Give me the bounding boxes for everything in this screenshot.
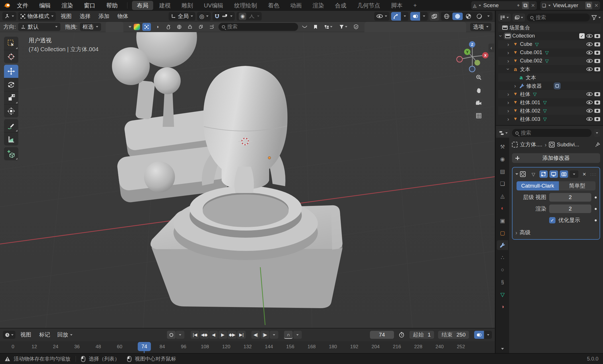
- pin-icon[interactable]: [595, 142, 600, 147]
- brush-asset-icon[interactable]: [134, 24, 140, 30]
- drag-selector[interactable]: 框选: [80, 23, 101, 31]
- menu-view[interactable]: 视图: [58, 13, 75, 20]
- camera-icon[interactable]: [594, 92, 600, 96]
- menu-edit[interactable]: 编辑: [34, 1, 56, 10]
- outliner-row-modifiers[interactable]: › 修改器: [498, 82, 601, 90]
- asset-shelf-collapse-icon[interactable]: [129, 26, 131, 28]
- frame-step-dropdown[interactable]: [270, 331, 278, 339]
- timeline-overlay-toggle[interactable]: [474, 331, 484, 339]
- shading-dropdown[interactable]: [485, 13, 492, 20]
- optimal-display-checkbox[interactable]: ✓: [549, 217, 555, 223]
- jump-to-start-button[interactable]: |◀: [191, 331, 199, 339]
- expand-arrow-icon[interactable]: ›: [506, 91, 511, 97]
- animate-dot-icon[interactable]: [595, 196, 597, 198]
- tab-scene-icon[interactable]: ◬: [497, 191, 508, 201]
- tab-uv-editing[interactable]: UV编辑: [199, 1, 228, 10]
- camera-icon[interactable]: [594, 34, 600, 38]
- expand-arrow-icon[interactable]: ›: [498, 34, 504, 39]
- viewlayer-selector[interactable]: ❏ ViewLayer ⧉ ✕: [540, 1, 600, 10]
- expand-arrow-icon[interactable]: ›: [506, 116, 511, 122]
- filter-world-icon[interactable]: [175, 23, 184, 31]
- scene-name[interactable]: Scene: [483, 2, 515, 9]
- overlays-dropdown[interactable]: [420, 12, 428, 21]
- tab-collection-icon[interactable]: ▣: [497, 216, 508, 225]
- modifier-extras-dropdown[interactable]: [570, 170, 578, 178]
- auto-key-record-button[interactable]: [167, 331, 176, 339]
- eye-icon[interactable]: [586, 67, 593, 71]
- tab-object-data-icon[interactable]: ▽: [497, 290, 508, 299]
- outliner-item-label[interactable]: Cube.001: [520, 50, 542, 56]
- camera-view-button[interactable]: [473, 98, 484, 109]
- show-gizmos-toggle[interactable]: [391, 12, 401, 21]
- tab-render-icon[interactable]: ◉: [497, 154, 508, 164]
- start-frame-field[interactable]: 起始 1: [409, 331, 434, 339]
- tab-view-layer-icon[interactable]: ❏: [497, 179, 508, 188]
- menu-render[interactable]: 渲染: [57, 1, 78, 10]
- move-tool[interactable]: [4, 65, 18, 78]
- blender-logo-icon[interactable]: [3, 1, 11, 9]
- outliner-item-label[interactable]: 文本: [526, 74, 536, 81]
- menu-file[interactable]: 文件: [12, 1, 33, 10]
- camera-icon[interactable]: [594, 59, 600, 63]
- pivot-point-selector[interactable]: ◎: [197, 12, 211, 21]
- menu-add[interactable]: 添加: [95, 13, 113, 20]
- shield-check-icon[interactable]: [352, 23, 360, 31]
- tab-modifiers-icon[interactable]: [497, 240, 508, 250]
- animate-dot-icon[interactable]: [595, 219, 597, 221]
- breadcrumb-modifier[interactable]: Subdivi...: [557, 141, 579, 148]
- close-icon[interactable]: ✕: [531, 3, 535, 9]
- tab-modeling[interactable]: 建模: [154, 1, 176, 10]
- outliner-row-cube[interactable]: › ▲ Cube ▽: [498, 40, 601, 48]
- advanced-section[interactable]: › 高级: [515, 229, 597, 236]
- expand-arrow-icon[interactable]: ›: [506, 108, 511, 113]
- cursor-tool[interactable]: [4, 50, 18, 63]
- properties-search[interactable]: [512, 129, 592, 137]
- copy-icon[interactable]: ⧉: [585, 2, 592, 9]
- catmull-clark-button[interactable]: Catmull-Clark: [517, 181, 559, 190]
- camera-icon[interactable]: [594, 42, 600, 46]
- realtime-display-toggle[interactable]: [549, 170, 558, 178]
- shading-material-button[interactable]: [463, 13, 474, 20]
- outliner-row-cube002[interactable]: › ▲ Cube.002 ▽: [498, 57, 601, 65]
- subsurf-modifier-icon[interactable]: [554, 82, 561, 89]
- outliner-row-cylinder[interactable]: › ▲ 柱体 ▽: [498, 90, 601, 98]
- filter-select-box-icon[interactable]: [142, 23, 151, 31]
- filter-stamp-icon[interactable]: [186, 23, 194, 31]
- current-frame-field[interactable]: 74: [370, 331, 394, 339]
- eye-icon[interactable]: [586, 51, 593, 54]
- menu-select[interactable]: 选择: [76, 13, 94, 20]
- outliner-row-text-object[interactable]: › a 文本: [498, 65, 601, 73]
- playhead[interactable]: 74: [138, 342, 151, 351]
- chevron-down-icon[interactable]: [598, 17, 601, 18]
- end-frame-field[interactable]: 结束 250: [438, 331, 469, 339]
- eye-icon[interactable]: [586, 92, 593, 96]
- 3d-viewport[interactable]: 用户透视 (74) Collection | 立方体.004: [0, 32, 495, 328]
- tab-particles-icon[interactable]: ∴: [497, 253, 508, 262]
- menu-object[interactable]: 物体: [114, 13, 131, 20]
- gizmos-dropdown[interactable]: [401, 12, 409, 21]
- eye-icon[interactable]: [586, 109, 593, 113]
- display-mode-icon[interactable]: [322, 23, 335, 31]
- tab-world-icon[interactable]: ◐: [497, 203, 508, 213]
- tab-rendering[interactable]: 渲染: [308, 1, 329, 10]
- show-on-cage-toggle[interactable]: ▽: [529, 170, 538, 178]
- menu-help[interactable]: 帮助: [101, 1, 123, 10]
- outliner-display-mode-button[interactable]: [513, 13, 525, 21]
- camera-icon[interactable]: [594, 109, 600, 113]
- shading-wireframe-button[interactable]: [442, 13, 452, 20]
- eye-icon[interactable]: [586, 59, 593, 63]
- expand-arrow-icon[interactable]: ›: [506, 58, 511, 64]
- camera-icon[interactable]: [594, 67, 600, 71]
- outliner-item-label[interactable]: 柱体.002: [520, 107, 540, 114]
- tab-shading[interactable]: 着色: [263, 1, 284, 10]
- snap-controls[interactable]: [212, 12, 235, 21]
- editor-type-button[interactable]: [2, 12, 16, 21]
- timeline-menu-view[interactable]: 视图: [17, 331, 34, 339]
- add-workspace-button[interactable]: +: [409, 1, 422, 10]
- shading-solid-button[interactable]: [452, 13, 463, 20]
- direction-selector[interactable]: 默认: [18, 23, 60, 31]
- bookmark-icon[interactable]: [311, 23, 320, 31]
- tab-constraints-icon[interactable]: §: [497, 277, 508, 287]
- frame-forward-button[interactable]: |▶: [261, 331, 269, 339]
- outliner-row-text-data[interactable]: a 文本: [498, 73, 601, 82]
